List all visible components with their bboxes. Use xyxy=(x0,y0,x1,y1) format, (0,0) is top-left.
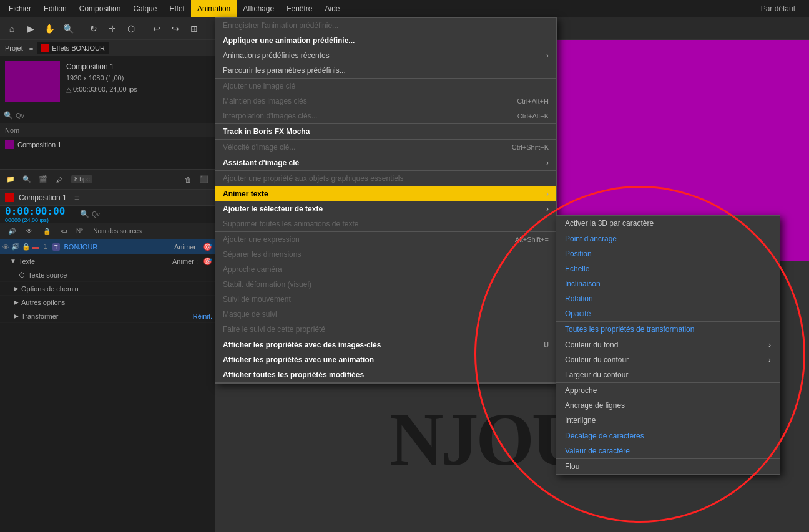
effect-label-text: Effets BONJOUR xyxy=(52,44,105,52)
reinit-button[interactable]: Réinit. xyxy=(193,312,212,320)
layer-lock-icon[interactable]: 🔒 xyxy=(22,243,31,251)
submenu-position[interactable]: Position xyxy=(556,246,780,261)
toutes-proprietes-label: Toutes les propriétés de transformation xyxy=(565,325,694,334)
texte-sublayer[interactable]: ▼ Texte Animer : 🎯 ↻ xyxy=(0,254,215,268)
menu-maintien[interactable]: Maintien des images clés Ctrl+Alt+H xyxy=(215,94,556,109)
new-solid-btn[interactable]: 🖊 xyxy=(52,173,66,186)
project-search-input[interactable] xyxy=(16,112,211,119)
menu-affichage[interactable]: Affichage xyxy=(237,0,280,17)
solo-btn[interactable]: 👁 xyxy=(22,225,36,238)
submenu-flou[interactable]: Flou xyxy=(556,459,780,474)
transformer-expand[interactable]: ▶ xyxy=(14,312,19,319)
menu-ajouter-expr[interactable]: Ajouter une expression Alt+Shift+= xyxy=(215,232,556,247)
menu-ajouter-prop[interactable]: Ajouter une propriété aux objets graphiq… xyxy=(215,171,556,186)
menu-supprimer-animations[interactable]: Supprimer toutes les animations de texte xyxy=(215,216,556,231)
menu-animer-texte[interactable]: Animer texte › xyxy=(215,186,556,201)
menu-separer[interactable]: Séparer les dimensions xyxy=(215,247,556,262)
search-btn[interactable]: 🔍 xyxy=(20,173,34,186)
zoom-tool[interactable]: 🔍 xyxy=(60,21,76,37)
timeline-search-input[interactable] xyxy=(92,211,171,218)
menu-faire-suivi[interactable]: Faire le suivi de cette propriété xyxy=(215,322,556,337)
menu-masque-suivi[interactable]: Masque de suivi xyxy=(215,307,556,322)
submenu-interligne[interactable]: Interligne xyxy=(556,413,780,428)
expand-icon[interactable]: ▼ xyxy=(10,258,16,264)
menu-composition[interactable]: Composition xyxy=(73,0,127,17)
delete-btn[interactable]: 🗑 xyxy=(181,173,195,186)
submenu-valeur-car[interactable]: Valeur de caractère xyxy=(556,443,780,458)
select-tool[interactable]: ▶ xyxy=(22,21,39,37)
file-list-item[interactable]: Composition 1 xyxy=(0,137,215,152)
submenu-ancrage-lignes[interactable]: Ancrage de lignes xyxy=(556,398,780,413)
menu-afficher-animation[interactable]: Afficher les propriétés avec une animati… xyxy=(215,352,556,367)
project-search-bar[interactable]: 🔍 xyxy=(0,107,215,123)
menu-appliquer[interactable]: Appliquer une animation prédéfinie... xyxy=(215,33,556,48)
label-btn[interactable]: 🏷 xyxy=(57,225,71,238)
autres-options-expand[interactable]: ▶ xyxy=(14,299,19,306)
afficher-modifiees-label: Afficher toutes les propriétés modifiées xyxy=(223,370,364,379)
menu-effet[interactable]: Effet xyxy=(163,0,190,17)
new-folder-btn[interactable]: 📁 xyxy=(4,173,17,186)
submenu-inclinaison[interactable]: Inclinaison xyxy=(556,276,780,291)
menu-animation[interactable]: Animation xyxy=(191,0,237,17)
menu-suivi-mouvement[interactable]: Suivi de mouvement xyxy=(215,292,556,307)
menu-parcourir[interactable]: Parcourir les paramètres prédéfinis... xyxy=(215,63,556,78)
lock-btn[interactable]: 🔒 xyxy=(40,225,54,238)
animer-texte-arrow: › xyxy=(546,190,549,198)
submenu-approche[interactable]: Approche xyxy=(556,383,780,398)
submenu-toutes-proprietes[interactable]: Toutes les propriétés de transformation xyxy=(556,322,780,337)
menu-ajouter-image[interactable]: Ajouter une image clé xyxy=(215,79,556,94)
menu-afficher-modifiees[interactable]: Afficher toutes les propriétés modifiées xyxy=(215,367,556,382)
menu-track-boris[interactable]: Track in Boris FX Mocha xyxy=(215,124,556,139)
mute-btn[interactable]: 🔊 xyxy=(5,225,19,238)
rotate-tool[interactable]: ↻ xyxy=(86,21,102,37)
texte-source-sublayer[interactable]: ⏱ Texte source xyxy=(0,268,215,282)
new-comp-btn[interactable]: 🎬 xyxy=(36,173,50,186)
menu-stabil[interactable]: Stabil. déformation (visuel) xyxy=(215,277,556,292)
undo-button[interactable]: ↩ xyxy=(149,21,165,37)
hand-tool[interactable]: ✋ xyxy=(41,21,57,37)
submenu-opacite[interactable]: Opacité xyxy=(556,306,780,321)
options-chemin-sublayer[interactable]: ▶ Options de chemin xyxy=(0,282,215,296)
submenu-couleur-fond[interactable]: Couleur du fond › xyxy=(556,337,780,352)
submenu-activer-3d[interactable]: Activer la 3D par caractère xyxy=(556,216,780,231)
menu-aide[interactable]: Aide xyxy=(318,0,346,17)
redo-button[interactable]: ↪ xyxy=(167,21,184,37)
settings-btn[interactable]: ⬛ xyxy=(197,173,211,186)
menu-enregistrer[interactable]: Enregistrer l'animation prédéfinie... xyxy=(215,18,556,33)
submenu-point-ancrage[interactable]: Point d'ancrage xyxy=(556,231,780,246)
animer-icon-sub[interactable]: 🎯 xyxy=(203,257,212,266)
submenu-couleur-contour[interactable]: Couleur du contour › xyxy=(556,352,780,367)
move-tool[interactable]: ✛ xyxy=(104,21,120,37)
layer-eye-icon[interactable]: 👁 xyxy=(2,243,9,251)
menu-fenetre[interactable]: Fenêtre xyxy=(280,0,318,17)
menu-velocite[interactable]: Vélocité d'image clé... Ctrl+Shift+K xyxy=(215,140,556,155)
layer-row[interactable]: 👁 🔊 🔒 ▬ 1 T BONJOUR Animer : 🎯 xyxy=(0,239,215,254)
search-icon: 🔍 xyxy=(4,111,13,120)
layer-name: BONJOUR xyxy=(64,243,98,251)
menu-assistant[interactable]: Assistant d'image clé › xyxy=(215,155,556,170)
timeline-layers: 👁 🔊 🔒 ▬ 1 T BONJOUR Animer : 🎯 xyxy=(0,239,215,532)
animer-target-icon[interactable]: 🎯 xyxy=(203,243,212,251)
menu-interpolation[interactable]: Interpolation d'images clés... Ctrl+Alt+… xyxy=(215,109,556,123)
menu-edition[interactable]: Edition xyxy=(37,0,73,17)
menu-afficher-images-cles[interactable]: Afficher les propriétés avec des images-… xyxy=(215,337,556,352)
menu-ajouter-selecteur[interactable]: Ajouter le sélecteur de texte › xyxy=(215,201,556,216)
menu-approche-camera[interactable]: Approche caméra xyxy=(215,262,556,277)
options-chemin-expand[interactable]: ▶ xyxy=(14,285,19,292)
submenu-decalage-car[interactable]: Décalage de caractères xyxy=(556,428,780,443)
submenu-largeur-contour[interactable]: Largeur du contour xyxy=(556,367,780,382)
submenu-echelle[interactable]: Echelle xyxy=(556,261,780,276)
afficher-images-cles-label: Afficher les propriétés avec des images-… xyxy=(223,341,381,349)
menu-calque[interactable]: Calque xyxy=(127,0,163,17)
camera-tool[interactable]: ⬡ xyxy=(123,21,139,37)
autres-options-sublayer[interactable]: ▶ Autres options xyxy=(0,296,215,309)
transformer-sublayer[interactable]: ▶ Transformer Réinit. xyxy=(0,309,215,323)
menu-fichier[interactable]: Fichier xyxy=(2,0,37,17)
timeline-search[interactable]: 🔍 xyxy=(76,208,164,221)
layer-audio-icon[interactable]: 🔊 xyxy=(11,243,20,251)
grid-button[interactable]: ⊞ xyxy=(186,21,202,37)
comp-thumbnail xyxy=(5,61,60,102)
menu-recentes[interactable]: Animations prédéfinies récentes › xyxy=(215,48,556,63)
home-button[interactable]: ⌂ xyxy=(4,21,20,37)
submenu-rotation[interactable]: Rotation xyxy=(556,291,780,306)
